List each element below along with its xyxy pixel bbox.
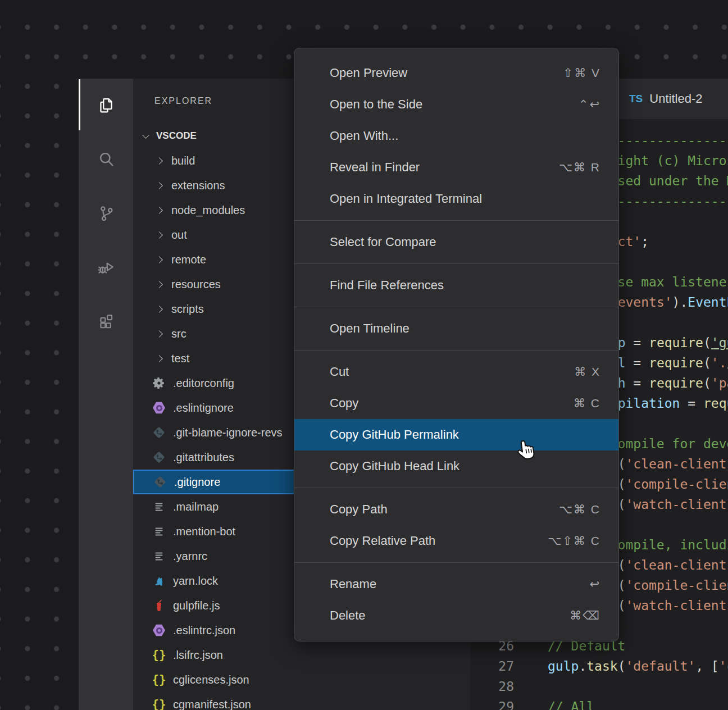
line-number: 27: [470, 656, 514, 676]
code-text: gulp.task('default', ['compile']);: [548, 656, 728, 676]
menu-item-open-with[interactable]: Open With...: [294, 120, 618, 152]
json-file-icon: {}: [152, 672, 166, 687]
file-label: gulpfile.js: [173, 599, 220, 612]
search-icon: [96, 149, 116, 170]
menu-item-shortcut: ⇧⌘ V: [563, 66, 600, 80]
file-label: .editorconfig: [173, 377, 234, 390]
menu-item-copy[interactable]: Copy⌘ C: [294, 388, 618, 419]
menu-item-label: Copy GitHub Permalink: [330, 427, 600, 442]
menu-item-label: Open in Integrated Terminal: [330, 192, 600, 206]
file-label: cgmanifest.json: [173, 698, 251, 710]
activity-bar: [79, 79, 133, 710]
menu-item-reveal-in-finder[interactable]: Reveal in Finder⌥⌘ R: [294, 152, 618, 183]
menu-item-rename[interactable]: Rename↩: [294, 568, 618, 600]
menu-item-delete[interactable]: Delete⌘⌫: [294, 600, 618, 631]
menu-item-select-for-compare[interactable]: Select for Compare: [294, 226, 618, 258]
menu-separator: [294, 488, 618, 488]
menu-item-shortcut: ⌃↩: [579, 98, 600, 111]
list-file-icon: [152, 524, 166, 539]
file-label: .eslintrc.json: [173, 624, 235, 637]
menu-separator: [294, 562, 618, 563]
menu-item-label: Delete: [330, 608, 570, 623]
eslint-file-icon: [152, 623, 166, 638]
menu-item-open-preview[interactable]: Open Preview⇧⌘ V: [294, 57, 618, 89]
menu-item-open-to-the-side[interactable]: Open to the Side⌃↩: [294, 89, 618, 120]
extensions-icon: [96, 311, 116, 331]
menu-separator: [294, 220, 618, 221]
git-file-icon: [152, 425, 166, 440]
file-label: .eslintignore: [173, 402, 234, 415]
menu-item-copy-relative-path[interactable]: Copy Relative Path⌥⇧⌘ C: [294, 525, 618, 557]
sidebar-item-cgmanifest-json[interactable]: {}cgmanifest.json: [133, 692, 470, 710]
list-file-icon: [152, 549, 166, 563]
activity-bar-item-explorer[interactable]: [79, 79, 133, 133]
chevron-right-icon: [156, 355, 163, 362]
menu-item-find-file-references[interactable]: Find File References: [294, 270, 618, 301]
desktop: { "colors": { "wallpaper_bg": "#1b1b1d",…: [0, 0, 728, 710]
menu-item-open-timeline[interactable]: Open Timeline: [294, 313, 618, 344]
menu-separator: [294, 350, 618, 351]
menu-item-label: Open Timeline: [330, 321, 600, 336]
menu-item-shortcut: ⌥⇧⌘ C: [548, 534, 600, 548]
folder-label: out: [171, 229, 187, 242]
gulp-file-icon: [152, 598, 166, 613]
folder-label: build: [171, 154, 195, 167]
menu-item-label: Rename: [330, 577, 589, 591]
menu-item-copy-github-head-link[interactable]: Copy GitHub Head Link: [294, 450, 618, 482]
activity-bar-item-source-control[interactable]: [79, 186, 133, 240]
menu-item-label: Open With...: [330, 129, 600, 143]
menu-item-label: Open Preview: [330, 66, 563, 80]
file-label: .yarnrc: [173, 550, 207, 563]
menu-item-shortcut: ↩: [589, 577, 600, 591]
context-menu: Open Preview⇧⌘ VOpen to the Side⌃↩Open W…: [294, 48, 619, 641]
menu-item-label: Copy Relative Path: [330, 534, 548, 548]
gear-file-icon: [152, 376, 166, 390]
active-view-indicator: [79, 79, 80, 130]
chevron-right-icon: [156, 231, 163, 239]
code-text: // All: [548, 697, 594, 710]
folder-label: remote: [171, 253, 206, 266]
menu-item-shortcut: ⌘⌫: [570, 609, 600, 622]
file-label: .lsifrc.json: [173, 649, 223, 662]
menu-item-label: Cut: [330, 365, 574, 379]
sidebar-item-lsifrc-json[interactable]: {}.lsifrc.json: [133, 643, 470, 667]
menu-item-label: Copy GitHub Head Link: [330, 459, 600, 474]
menu-item-copy-github-permalink[interactable]: Copy GitHub Permalink: [294, 419, 618, 450]
activity-bar-item-search[interactable]: [79, 133, 133, 186]
chevron-right-icon: [156, 182, 163, 189]
chevron-right-icon: [156, 281, 163, 288]
activity-bar-item-run-debug[interactable]: [79, 240, 133, 294]
folder-label: resources: [171, 278, 221, 291]
chevron-down-icon: [142, 131, 149, 139]
line-number: 28: [470, 676, 514, 697]
json-file-icon: {}: [152, 648, 166, 662]
chevron-right-icon: [156, 306, 163, 313]
tree-root-label: VSCODE: [156, 130, 197, 142]
file-label: .mention-bot: [173, 525, 235, 538]
menu-item-label: Copy Path: [330, 502, 559, 517]
sidebar-item-cglicenses-json[interactable]: {}cglicenses.json: [133, 667, 470, 692]
git-file-icon: [153, 475, 167, 489]
menu-item-label: Reveal in Finder: [330, 160, 559, 175]
menu-item-open-in-integrated-terminal[interactable]: Open in Integrated Terminal: [294, 183, 618, 215]
menu-separator: [294, 263, 618, 264]
folder-label: extensions: [171, 179, 225, 192]
menu-item-label: Select for Compare: [330, 235, 600, 249]
file-label: .gitattributes: [173, 451, 234, 464]
explorer-icon: [96, 95, 116, 116]
menu-item-label: Open to the Side: [330, 97, 579, 112]
menu-item-label: Find File References: [330, 278, 600, 293]
menu-item-label: Copy: [330, 396, 574, 411]
typescript-file-icon: TS: [629, 93, 643, 105]
chevron-right-icon: [156, 157, 163, 165]
source-control-icon: [96, 203, 116, 224]
file-label: yarn.lock: [173, 575, 218, 588]
chevron-right-icon: [156, 207, 163, 214]
folder-label: scripts: [171, 303, 204, 316]
folder-label: src: [171, 327, 186, 340]
menu-item-cut[interactable]: Cut⌘ X: [294, 356, 618, 388]
run-debug-icon: [96, 257, 116, 277]
activity-bar-item-extensions[interactable]: [79, 294, 133, 348]
yarn-file-icon: [152, 574, 166, 588]
menu-item-copy-path[interactable]: Copy Path⌥⌘ C: [294, 494, 618, 525]
